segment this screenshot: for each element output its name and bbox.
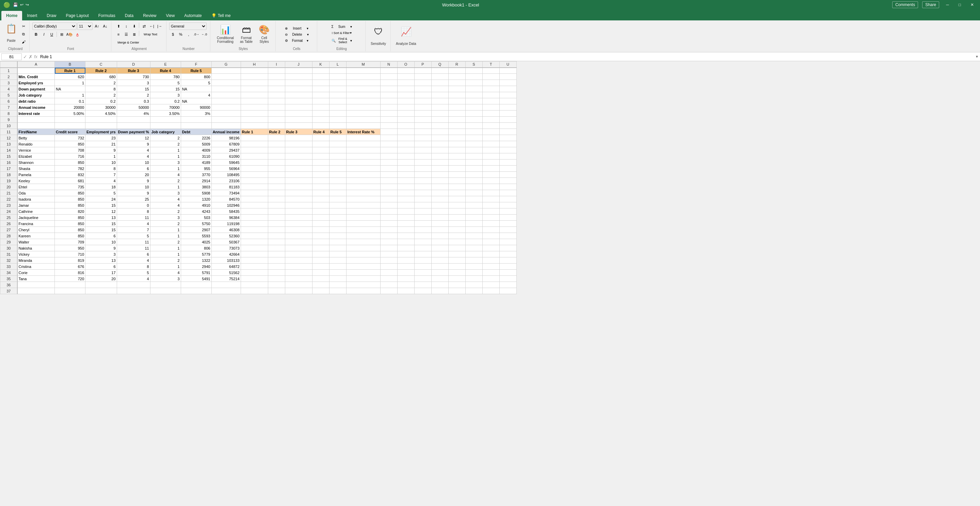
cell-L3[interactable] <box>329 80 346 86</box>
cell-H11[interactable]: Rule 1 <box>241 129 268 135</box>
cell-A3[interactable]: Employed yrs <box>18 80 55 86</box>
cell-U2[interactable] <box>500 74 516 80</box>
cell-F11[interactable]: Debt <box>181 129 212 135</box>
tab-formulas[interactable]: Formulas <box>94 11 120 21</box>
delete-cells-button[interactable]: ⊖ Delete ▾ <box>283 32 310 37</box>
cell-P4[interactable] <box>414 86 431 92</box>
cell-D1[interactable]: Rule 3 <box>117 68 150 74</box>
cell-U8[interactable] <box>500 111 516 117</box>
row-header-8[interactable]: 8 <box>0 111 18 117</box>
row-header-3[interactable]: 3 <box>0 80 18 86</box>
cell-P9[interactable] <box>414 117 431 123</box>
cell-R4[interactable] <box>448 86 465 92</box>
cell-R1[interactable] <box>448 68 465 74</box>
cell-R11[interactable] <box>448 129 465 135</box>
cell-C9[interactable] <box>86 117 117 123</box>
cell-L11[interactable]: Rule 5 <box>329 129 346 135</box>
cell-Q10[interactable] <box>431 123 448 129</box>
cell-Q5[interactable] <box>431 92 448 98</box>
cell-R5[interactable] <box>448 92 465 98</box>
cell-D10[interactable] <box>117 123 150 129</box>
cell-S6[interactable] <box>465 98 482 105</box>
decrease-font-button[interactable]: A↓ <box>102 22 109 30</box>
cell-E2[interactable]: 780 <box>150 74 181 80</box>
cell-U6[interactable] <box>500 98 516 105</box>
cell-G3[interactable] <box>212 80 241 86</box>
cell-L2[interactable] <box>329 74 346 80</box>
cell-T2[interactable] <box>482 74 500 80</box>
cell-E6[interactable]: 0.2 <box>150 98 181 105</box>
cell-T4[interactable] <box>482 86 500 92</box>
cell-K11[interactable]: Rule 4 <box>312 129 329 135</box>
cell-F3[interactable]: 5 <box>181 80 212 86</box>
cell-S11[interactable] <box>465 129 482 135</box>
cell-J11[interactable]: Rule 3 <box>285 129 312 135</box>
cell-A5[interactable]: Job category <box>18 92 55 98</box>
tab-data[interactable]: Data <box>120 11 138 21</box>
cell-A6[interactable]: debt ratio <box>18 98 55 105</box>
cell-D3[interactable]: 3 <box>117 80 150 86</box>
cell-A9[interactable] <box>18 117 55 123</box>
cell-G7[interactable] <box>212 105 241 111</box>
cell-I7[interactable] <box>268 105 285 111</box>
cell-J7[interactable] <box>285 105 312 111</box>
cell-E9[interactable] <box>150 117 181 123</box>
col-header-J[interactable]: J <box>285 62 312 68</box>
cell-E5[interactable]: 3 <box>150 92 181 98</box>
cell-H1[interactable] <box>241 68 268 74</box>
cell-L10[interactable] <box>329 123 346 129</box>
col-header-Q[interactable]: Q <box>431 62 448 68</box>
cell-C8[interactable]: 4.50% <box>86 111 117 117</box>
cell-S4[interactable] <box>465 86 482 92</box>
cell-N8[interactable] <box>380 111 397 117</box>
cell-O6[interactable] <box>397 98 414 105</box>
cell-A11[interactable]: FirstName <box>18 129 55 135</box>
cell-Q11[interactable] <box>431 129 448 135</box>
col-header-K[interactable]: K <box>312 62 329 68</box>
cell-I1[interactable] <box>268 68 285 74</box>
tab-insert[interactable]: Insert <box>22 11 42 21</box>
cell-O1[interactable] <box>397 68 414 74</box>
col-header-H[interactable]: H <box>241 62 268 68</box>
share-btn[interactable]: Share <box>922 2 939 8</box>
cell-L6[interactable] <box>329 98 346 105</box>
redo-icon[interactable]: ↪ <box>25 2 29 7</box>
cell-P8[interactable] <box>414 111 431 117</box>
cell-S3[interactable] <box>465 80 482 86</box>
copy-button[interactable]: ⧉ <box>20 30 27 38</box>
col-header-L[interactable]: L <box>329 62 346 68</box>
cell-Q8[interactable] <box>431 111 448 117</box>
col-header-B[interactable]: B <box>55 62 86 68</box>
cell-M2[interactable] <box>346 74 380 80</box>
cell-H9[interactable] <box>241 117 268 123</box>
cell-T1[interactable] <box>482 68 500 74</box>
cell-L8[interactable] <box>329 111 346 117</box>
cell-H7[interactable] <box>241 105 268 111</box>
cell-R9[interactable] <box>448 117 465 123</box>
col-header-U[interactable]: U <box>500 62 516 68</box>
cell-R7[interactable] <box>448 105 465 111</box>
cell-B9[interactable] <box>55 117 86 123</box>
comma-button[interactable]: , <box>185 31 192 38</box>
cell-G10[interactable] <box>212 123 241 129</box>
cell-R6[interactable] <box>448 98 465 105</box>
sum-button[interactable]: Σ Sum ▾ <box>330 24 354 30</box>
cell-O2[interactable] <box>397 74 414 80</box>
cell-T5[interactable] <box>482 92 500 98</box>
cell-P5[interactable] <box>414 92 431 98</box>
cell-C7[interactable]: 30000 <box>86 105 117 111</box>
cell-O5[interactable] <box>397 92 414 98</box>
bold-button[interactable]: B <box>32 31 40 38</box>
tab-home[interactable]: Home <box>2 11 22 21</box>
cell-O8[interactable] <box>397 111 414 117</box>
cell-U10[interactable] <box>500 123 516 129</box>
col-header-P[interactable]: P <box>414 62 431 68</box>
cell-L5[interactable] <box>329 92 346 98</box>
cell-K8[interactable] <box>312 111 329 117</box>
cell-I6[interactable] <box>268 98 285 105</box>
cell-A7[interactable]: Annual income <box>18 105 55 111</box>
cell-U1[interactable] <box>500 68 516 74</box>
cell-Q7[interactable] <box>431 105 448 111</box>
cell-I10[interactable] <box>268 123 285 129</box>
cell-L4[interactable] <box>329 86 346 92</box>
